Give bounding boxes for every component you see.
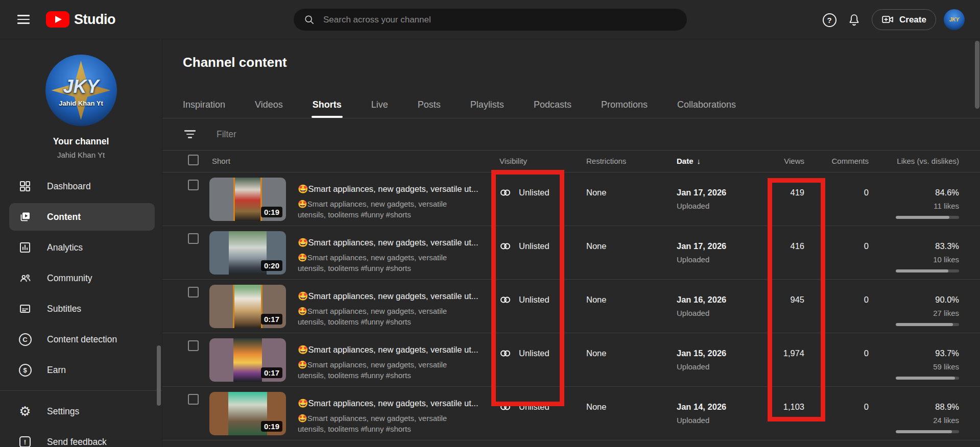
row-checkbox[interactable] bbox=[188, 180, 199, 190]
column-header-date[interactable]: Date ↓ bbox=[677, 157, 701, 165]
date-cell: Jan 16, 2026 Uploaded bbox=[677, 295, 726, 317]
sidebar-item-analytics[interactable]: Analytics bbox=[0, 232, 162, 263]
tab-playlists[interactable]: Playlists bbox=[470, 92, 504, 118]
likes-ratio-bar bbox=[896, 323, 959, 326]
create-button[interactable]: Create bbox=[872, 9, 936, 30]
restrictions-cell: None bbox=[586, 188, 606, 197]
duration-badge: 0:19 bbox=[261, 421, 282, 432]
sidebar-item-settings[interactable]: ⚙ Settings bbox=[0, 396, 162, 427]
likes-percentage: 88.9% bbox=[857, 402, 959, 412]
video-title[interactable]: 🤩Smart appliances, new gadgets, versatil… bbox=[298, 184, 476, 194]
date-cell: Jan 17, 2026 Uploaded bbox=[677, 188, 726, 210]
sidebar-item-subtitles[interactable]: Subtitles bbox=[0, 293, 162, 324]
restrictions-cell: None bbox=[586, 402, 606, 412]
likes-cell: 83.3% 10 likes bbox=[857, 241, 959, 272]
tab-shorts[interactable]: Shorts bbox=[313, 92, 342, 118]
page-scrollbar-thumb[interactable] bbox=[975, 41, 979, 109]
visibility-value: Unlisted bbox=[519, 402, 549, 412]
account-avatar[interactable]: JKY bbox=[944, 9, 965, 30]
sidebar-item-label: Earn bbox=[47, 365, 66, 376]
column-header-visibility[interactable]: Visibility bbox=[499, 157, 527, 165]
row-checkbox[interactable] bbox=[188, 233, 199, 244]
content-icon bbox=[18, 210, 32, 224]
sidebar-item-community[interactable]: Community bbox=[0, 263, 162, 293]
visibility-cell[interactable]: Unlisted bbox=[499, 187, 549, 198]
tab-videos[interactable]: Videos bbox=[255, 92, 283, 118]
column-header-likes[interactable]: Likes (vs. dislikes) bbox=[857, 157, 959, 165]
date-sub: Uploaded bbox=[677, 309, 726, 317]
sidebar-item-dashboard[interactable]: Dashboard bbox=[0, 171, 162, 202]
tab-collaborations[interactable]: Collaborations bbox=[677, 92, 736, 118]
filter-input[interactable] bbox=[217, 129, 523, 140]
search-input[interactable] bbox=[323, 15, 677, 25]
filter-icon[interactable] bbox=[184, 130, 196, 138]
row-checkbox[interactable] bbox=[188, 287, 199, 297]
subtitles-icon bbox=[18, 302, 32, 315]
column-header-restrictions[interactable]: Restrictions bbox=[586, 157, 626, 165]
video-description: 🤩Smart appliances, new gadgets, versatil… bbox=[298, 413, 476, 434]
thumbnail-image bbox=[233, 285, 262, 328]
sidebar-item-label: Analytics bbox=[47, 242, 83, 253]
short-thumbnail[interactable]: 0:20 bbox=[209, 231, 286, 275]
sidebar: JKY Jahid Khan Yt Your channel Jahid Kha… bbox=[0, 39, 162, 447]
video-title[interactable]: 🤩Smart appliances, new gadgets, versatil… bbox=[298, 399, 476, 408]
duration-badge: 0:17 bbox=[261, 314, 282, 325]
analytics-icon bbox=[18, 241, 32, 254]
unlisted-link-icon bbox=[499, 347, 511, 359]
tab-posts[interactable]: Posts bbox=[418, 92, 441, 118]
short-thumbnail[interactable]: 0:19 bbox=[209, 392, 286, 435]
tab-podcasts[interactable]: Podcasts bbox=[534, 92, 571, 118]
channel-avatar[interactable]: JKY Jahid Khan Yt bbox=[45, 55, 117, 126]
visibility-cell[interactable]: Unlisted bbox=[499, 401, 549, 413]
help-button[interactable]: ? bbox=[822, 12, 837, 28]
sidebar-nav: Dashboard Content Analytics Community bbox=[0, 171, 162, 447]
tab-inspiration[interactable]: Inspiration bbox=[183, 92, 225, 118]
likes-percentage: 93.7% bbox=[857, 349, 959, 358]
video-title[interactable]: 🤩Smart appliances, new gadgets, versatil… bbox=[298, 238, 476, 247]
video-info: 🤩Smart appliances, new gadgets, versatil… bbox=[298, 184, 476, 220]
row-checkbox[interactable] bbox=[188, 340, 199, 351]
sidebar-item-send-feedback[interactable]: ! Send feedback bbox=[0, 427, 162, 447]
video-title[interactable]: 🤩Smart appliances, new gadgets, versatil… bbox=[298, 345, 476, 355]
tab-live[interactable]: Live bbox=[371, 92, 388, 118]
duration-badge: 0:20 bbox=[261, 260, 282, 271]
video-info: 🤩Smart appliances, new gadgets, versatil… bbox=[298, 399, 476, 434]
tab-promotions[interactable]: Promotions bbox=[601, 92, 648, 118]
short-thumbnail[interactable]: 0:19 bbox=[209, 178, 286, 221]
visibility-value: Unlisted bbox=[519, 295, 549, 305]
table-row: 0:20 🤩Smart appliances, new gadgets, ver… bbox=[162, 226, 980, 280]
video-title[interactable]: 🤩Smart appliances, new gadgets, versatil… bbox=[298, 291, 476, 301]
short-thumbnail[interactable]: 0:17 bbox=[209, 285, 286, 328]
studio-logo[interactable]: Studio bbox=[46, 11, 115, 28]
date-cell: Jan 14, 2026 Uploaded bbox=[677, 402, 726, 425]
row-checkbox[interactable] bbox=[188, 394, 199, 405]
unlisted-link-icon bbox=[499, 187, 511, 198]
notifications-button[interactable] bbox=[846, 12, 862, 28]
search-bar[interactable] bbox=[294, 9, 687, 31]
sidebar-item-content[interactable]: Content bbox=[0, 202, 162, 232]
date-value: Jan 15, 2026 bbox=[677, 349, 726, 358]
visibility-cell[interactable]: Unlisted bbox=[499, 347, 549, 359]
sidebar-item-label: Dashboard bbox=[47, 181, 91, 192]
restrictions-cell: None bbox=[586, 295, 606, 305]
unlisted-link-icon bbox=[499, 240, 511, 252]
sidebar-item-content-detection[interactable]: C Content detection bbox=[0, 324, 162, 355]
likes-ratio-bar bbox=[896, 430, 959, 433]
likes-count: 27 likes bbox=[857, 309, 959, 317]
likes-count: 59 likes bbox=[857, 362, 959, 371]
column-header-views[interactable]: Views bbox=[728, 157, 804, 165]
menu-icon[interactable] bbox=[17, 13, 30, 26]
content-tabs: Inspiration Videos Shorts Live Posts Pla… bbox=[162, 92, 980, 118]
short-thumbnail[interactable]: 0:17 bbox=[209, 338, 286, 382]
bell-icon bbox=[847, 13, 861, 27]
sidebar-scrollbar-thumb[interactable] bbox=[157, 345, 161, 406]
visibility-cell[interactable]: Unlisted bbox=[499, 240, 549, 252]
select-all-checkbox[interactable] bbox=[188, 155, 199, 165]
create-video-icon bbox=[881, 13, 895, 27]
likes-cell: 84.6% 11 likes bbox=[857, 188, 959, 219]
studio-logo-label: Studio bbox=[74, 12, 115, 28]
column-header-short[interactable]: Short bbox=[212, 157, 230, 165]
visibility-cell[interactable]: Unlisted bbox=[499, 294, 549, 306]
sidebar-item-earn[interactable]: $ Earn bbox=[0, 355, 162, 385]
visibility-value: Unlisted bbox=[519, 349, 549, 358]
